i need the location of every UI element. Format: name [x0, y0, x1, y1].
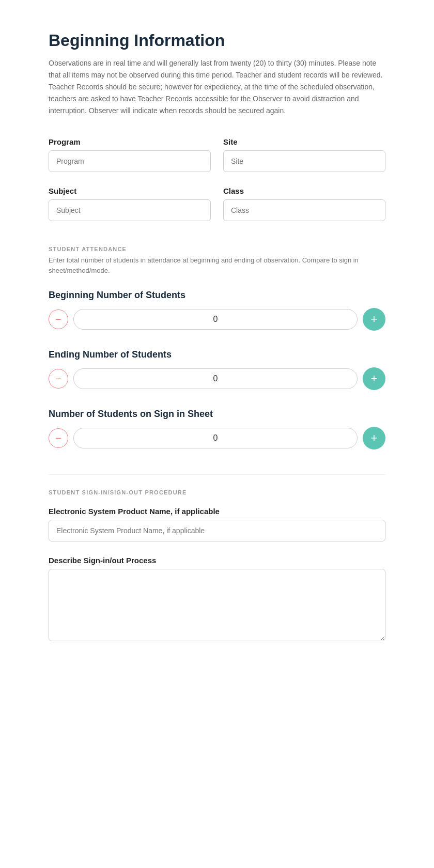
electronic-system-input[interactable] — [49, 520, 385, 541]
sign-in-plus-button[interactable]: + — [363, 427, 385, 450]
attendance-section: STUDENT ATTENDANCE Enter total number of… — [49, 246, 385, 450]
program-group: Program — [49, 137, 211, 172]
sign-in-sheet-input[interactable] — [73, 428, 358, 448]
subject-class-row: Subject Class — [49, 187, 385, 221]
program-label: Program — [49, 137, 211, 146]
electronic-system-group: Electronic System Product Name, if appli… — [49, 507, 385, 541]
electronic-system-label: Electronic System Product Name, if appli… — [49, 507, 385, 516]
ending-students-input[interactable] — [73, 368, 358, 389]
site-label: Site — [223, 137, 385, 146]
sign-in-sheet-stepper: − + — [49, 427, 385, 450]
ending-minus-button[interactable]: − — [49, 369, 68, 389]
class-group: Class — [223, 187, 385, 221]
sign-in-sheet-group: Number of Students on Sign in Sheet − + — [49, 409, 385, 450]
beginning-students-group: Beginning Number of Students − + — [49, 290, 385, 331]
beginning-plus-button[interactable]: + — [363, 308, 385, 331]
attendance-section-description: Enter total number of students in attend… — [49, 255, 385, 275]
subject-group: Subject — [49, 187, 211, 221]
beginning-students-stepper: − + — [49, 308, 385, 331]
beginning-minus-button[interactable]: − — [49, 309, 68, 329]
subject-input[interactable] — [49, 199, 211, 221]
plus-icon: + — [371, 432, 378, 444]
ending-students-stepper: − + — [49, 367, 385, 390]
sign-in-sheet-label: Number of Students on Sign in Sheet — [49, 409, 385, 420]
plus-icon: + — [371, 373, 378, 384]
class-label: Class — [223, 187, 385, 195]
minus-icon: − — [55, 314, 61, 324]
program-input[interactable] — [49, 150, 211, 172]
ending-students-group: Ending Number of Students − + — [49, 349, 385, 390]
minus-icon: − — [55, 433, 61, 443]
beginning-students-label: Beginning Number of Students — [49, 290, 385, 301]
class-input[interactable] — [223, 199, 385, 221]
subject-label: Subject — [49, 187, 211, 195]
sign-in-minus-button[interactable]: − — [49, 428, 68, 448]
attendance-section-label: STUDENT ATTENDANCE — [49, 246, 385, 252]
ending-plus-button[interactable]: + — [363, 367, 385, 390]
describe-process-label: Describe Sign-in/out Process — [49, 556, 385, 565]
site-group: Site — [223, 137, 385, 172]
page-description: Observations are in real time and will g… — [49, 57, 385, 117]
ending-students-label: Ending Number of Students — [49, 349, 385, 360]
sign-in-out-section: STUDENT SIGN-IN/SIGN-OUT PROCEDURE Elect… — [49, 474, 385, 643]
describe-process-group: Describe Sign-in/out Process — [49, 556, 385, 643]
site-input[interactable] — [223, 150, 385, 172]
describe-process-textarea[interactable] — [49, 569, 385, 641]
page-title: Beginning Information — [49, 31, 385, 50]
plus-icon: + — [371, 314, 378, 325]
sign-in-out-section-label: STUDENT SIGN-IN/SIGN-OUT PROCEDURE — [49, 489, 385, 495]
program-site-row: Program Site — [49, 137, 385, 172]
minus-icon: − — [55, 374, 61, 384]
beginning-students-input[interactable] — [73, 309, 358, 330]
